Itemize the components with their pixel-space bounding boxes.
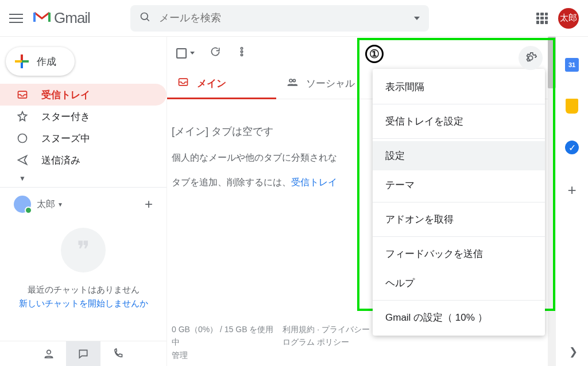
keep-icon [566, 99, 578, 114]
clock-icon [16, 133, 29, 144]
svg-point-10 [293, 79, 295, 81]
select-all-control[interactable] [176, 48, 195, 59]
left-sidebar: 作成 受信トレイ スター付き スヌーズ中 送信済み ▼ 太郎 ▼ + ❞ 最近 [0, 37, 167, 366]
send-icon [16, 154, 29, 166]
people-icon [287, 76, 298, 91]
tasks-addon[interactable]: ✓ [564, 140, 579, 155]
inbox-icon [16, 89, 29, 100]
chat-bubble-icon: ❞ [61, 228, 106, 272]
user-avatar-icon [14, 196, 31, 213]
refresh-button[interactable] [210, 46, 221, 60]
scrollbar-thumb[interactable] [548, 37, 556, 88]
new-chat-button[interactable]: + [145, 196, 157, 212]
collapse-sidepanel-button[interactable]: ❯ [569, 345, 578, 358]
hangouts-empty-text: 最近のチャットはありません [11, 283, 155, 297]
main-menu-button[interactable] [9, 11, 23, 25]
divider [373, 202, 545, 203]
plus-icon [14, 53, 30, 69]
policy-links[interactable]: 利用規約 · プライバシー · プ ログラム ポリシー [283, 323, 384, 361]
svg-point-0 [141, 13, 148, 20]
star-icon [16, 111, 29, 122]
vertical-scrollbar[interactable] [548, 37, 556, 366]
divider [373, 300, 545, 301]
nav-sent[interactable]: 送信済み [0, 149, 167, 171]
compose-label: 作成 [37, 55, 56, 68]
start-chat-link[interactable]: 新しいチャットを開始しませんか [11, 297, 155, 310]
divider [373, 104, 545, 104]
nav-inbox[interactable]: 受信トレイ [0, 84, 167, 106]
tab-primary[interactable]: メイン [167, 68, 276, 99]
nav-label: 受信トレイ [41, 88, 90, 102]
menu-themes[interactable]: テーマ [373, 170, 545, 200]
manage-storage-link[interactable]: 管理 [172, 349, 273, 361]
menu-setup-progress[interactable]: Gmail の設定（ 10% ） [373, 303, 545, 332]
hangouts-contacts-tab[interactable] [32, 341, 66, 366]
settings-menu: 表示間隔 受信トレイを設定 設定 テーマ アドオンを取得 フィードバックを送信 … [373, 69, 545, 336]
hangouts-empty-state: ❞ 最近のチャットはありません 新しいチャットを開始しませんか [0, 213, 167, 314]
gear-icon [524, 52, 537, 64]
settings-button[interactable] [519, 46, 543, 70]
tab-social[interactable]: ソーシャル [276, 68, 365, 99]
menu-help[interactable]: ヘルプ [373, 268, 545, 298]
keep-addon[interactable] [564, 99, 579, 114]
add-addon-button[interactable]: + [567, 181, 576, 199]
right-side-panel: 31 ✓ + [556, 37, 588, 366]
hangouts-tab-bar [0, 341, 167, 366]
divider [373, 236, 545, 237]
hangouts-username: 太郎 [37, 198, 55, 211]
svg-line-1 [146, 18, 149, 21]
more-button[interactable] [236, 46, 247, 60]
menu-display-density[interactable]: 表示間隔 [373, 72, 545, 102]
nav-expand-icon[interactable]: ▼ [16, 174, 29, 182]
hangouts-chat-tab[interactable] [66, 341, 100, 366]
search-icon [140, 11, 151, 25]
mail-toolbar [167, 46, 555, 68]
svg-point-9 [289, 79, 292, 82]
nav-label: スヌーズ中 [41, 132, 90, 145]
checkbox-icon [176, 48, 187, 59]
caret-down-icon: ▼ [57, 201, 63, 208]
account-avatar[interactable]: 太郎 [558, 8, 579, 29]
menu-get-addons[interactable]: アドオンを取得 [373, 205, 545, 234]
google-apps-button[interactable] [536, 13, 548, 24]
search-input[interactable] [159, 12, 408, 24]
calendar-addon[interactable]: 31 [564, 57, 579, 72]
gmail-m-icon [33, 10, 51, 26]
nav-label: 送信済み [41, 154, 80, 167]
menu-send-feedback[interactable]: フィードバックを送信 [373, 239, 545, 268]
hangouts-call-tab[interactable] [100, 341, 135, 366]
tab-label: ソーシャル [306, 77, 355, 90]
tasks-icon: ✓ [565, 141, 579, 154]
configure-inbox-link[interactable]: 受信トレイ [291, 177, 337, 187]
mail-main: メイン ソーシャル [メイン] タブは空です 個人的なメールや他のタブに分類され… [167, 37, 556, 366]
compose-button[interactable]: 作成 [6, 47, 75, 76]
storage-info: 0 GB（0%） / 15 GB を使用 中 管理 [172, 323, 273, 361]
search-bar[interactable] [130, 5, 429, 32]
nav-starred[interactable]: スター付き [0, 106, 167, 127]
inbox-icon [177, 76, 189, 91]
nav-label: スター付き [41, 110, 90, 123]
menu-configure-inbox[interactable]: 受信トレイを設定 [373, 107, 545, 136]
gmail-logo[interactable]: Gmail [33, 9, 90, 27]
svg-point-7 [241, 54, 242, 56]
tab-label: メイン [197, 77, 226, 90]
svg-point-6 [241, 50, 242, 52]
caret-down-icon [190, 52, 195, 54]
hangouts-user-row[interactable]: 太郎 ▼ + [0, 188, 167, 213]
divider [373, 138, 545, 139]
product-name: Gmail [54, 9, 90, 27]
svg-point-5 [241, 48, 242, 49]
nav-snoozed[interactable]: スヌーズ中 [0, 127, 167, 149]
svg-point-4 [47, 350, 51, 354]
calendar-icon: 31 [565, 58, 579, 72]
menu-settings[interactable]: 設定 [373, 141, 545, 170]
app-header: Gmail 太郎 [0, 0, 588, 37]
search-options-caret-icon[interactable] [414, 17, 420, 20]
